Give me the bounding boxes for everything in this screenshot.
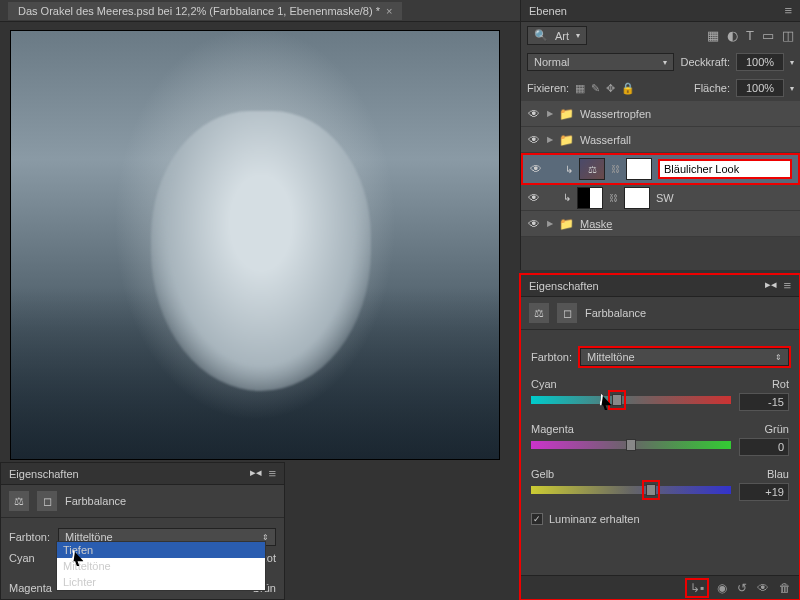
panel-menu-icon[interactable]: ≡: [783, 278, 791, 293]
balance-icon: ⚖: [9, 491, 29, 511]
link-icon[interactable]: ⛓: [611, 164, 620, 174]
layer-name[interactable]: Wassertropfen: [580, 108, 794, 120]
view-previous-icon[interactable]: ◉: [717, 581, 727, 595]
slider-right-label: Blau: [767, 468, 789, 480]
reset-icon[interactable]: ↺: [737, 581, 747, 595]
panel-title: Eigenschaften: [9, 468, 79, 480]
slider-right-label: Grün: [765, 423, 789, 435]
tone-dropdown-list: Tiefen Mitteltöne Lichter: [56, 541, 266, 591]
clip-to-layer-icon[interactable]: ↳▪: [687, 580, 707, 596]
adjustment-thumb[interactable]: [577, 187, 603, 209]
lock-all-icon[interactable]: 🔒: [621, 82, 635, 95]
disclosure-icon[interactable]: ▶: [547, 219, 553, 228]
slider-value-input[interactable]: +19: [739, 483, 789, 501]
collapse-icon[interactable]: ▸◂: [250, 466, 262, 481]
layer-adjustment-row[interactable]: 👁 ↳ ⛓ SW: [521, 185, 800, 211]
luminosity-checkbox-row: ✓ Luminanz erhalten: [531, 513, 789, 525]
dropdown-option[interactable]: Mitteltöne: [57, 558, 265, 574]
slider-left-label: Cyan: [531, 378, 557, 390]
collapse-icon[interactable]: ▸◂: [765, 278, 777, 293]
disclosure-icon[interactable]: ▶: [547, 135, 553, 144]
visibility-icon[interactable]: 👁: [527, 217, 541, 231]
lock-position-icon[interactable]: ✥: [606, 82, 615, 95]
close-icon[interactable]: ×: [386, 5, 392, 17]
chevron-down-icon[interactable]: ▾: [790, 84, 794, 93]
tab-title: Das Orakel des Meeres.psd bei 12,2% (Far…: [18, 5, 380, 17]
smart-filter-icon[interactable]: ◫: [782, 28, 794, 43]
pixel-filter-icon[interactable]: ▦: [707, 28, 719, 43]
slider-handle[interactable]: [626, 439, 636, 451]
filter-kind-dropdown[interactable]: 🔍 Art ▾: [527, 26, 587, 45]
mask-view-icon[interactable]: ◻: [37, 491, 57, 511]
adjustment-filter-icon[interactable]: ◐: [727, 28, 738, 43]
chevron-down-icon[interactable]: ▾: [790, 58, 794, 67]
visibility-toggle-icon[interactable]: 👁: [757, 581, 769, 595]
slider-yellow-blue: GelbBlau +19: [531, 468, 789, 501]
properties-footer: ↳▪ ◉ ↺ 👁 🗑: [521, 575, 799, 599]
panel-title: Eigenschaften: [529, 280, 599, 292]
image-content: [151, 111, 371, 391]
slider-track[interactable]: [531, 486, 731, 494]
filter-icons: ▦ ◐ T ▭ ◫: [707, 28, 794, 43]
adjustment-header: ⚖ ◻ Farbbalance: [1, 485, 284, 518]
type-filter-icon[interactable]: T: [746, 28, 754, 43]
adjustment-thumb[interactable]: ⚖: [579, 158, 605, 180]
layers-panel-header: Ebenen ≡: [521, 0, 800, 22]
clip-icon: ↳: [563, 192, 571, 203]
layer-filter-row: 🔍 Art ▾ ▦ ◐ T ▭ ◫: [521, 22, 800, 49]
lock-paint-icon[interactable]: ✎: [591, 82, 600, 95]
clip-icon: ↳: [565, 164, 573, 175]
layer-group-row[interactable]: 👁 ▶ 📁 Maske: [521, 211, 800, 237]
slider-value-input[interactable]: -15: [739, 393, 789, 411]
document-tab[interactable]: Das Orakel des Meeres.psd bei 12,2% (Far…: [8, 2, 402, 20]
properties-body: Farbton: Mitteltöne ⇕ CyanRot -15 Magent…: [521, 330, 799, 533]
folder-icon: 📁: [559, 107, 574, 121]
layer-name[interactable]: SW: [656, 192, 794, 204]
mask-view-icon[interactable]: ◻: [557, 303, 577, 323]
opacity-input[interactable]: 100%: [736, 53, 784, 71]
dropdown-option[interactable]: Lichter: [57, 574, 265, 590]
slider-track[interactable]: [531, 396, 731, 404]
layer-group-row[interactable]: 👁 ▶ 📁 Wasserfall: [521, 127, 800, 153]
layer-group-row[interactable]: 👁 ▶ 📁 Wassertropfen: [521, 101, 800, 127]
layer-adjustment-row[interactable]: 👁 ↳ ⚖ ⛓ Bläulicher Look: [521, 153, 800, 185]
blend-mode-value: Normal: [534, 56, 569, 68]
mask-thumb[interactable]: [624, 187, 650, 209]
layer-name-input[interactable]: Bläulicher Look: [658, 159, 792, 179]
layer-name[interactable]: Maske: [580, 218, 794, 230]
visibility-icon[interactable]: 👁: [527, 107, 541, 121]
fill-input[interactable]: 100%: [736, 79, 784, 97]
properties-panel-header: Eigenschaften ▸◂ ≡: [521, 275, 799, 297]
layer-name[interactable]: Wasserfall: [580, 134, 794, 146]
disclosure-icon[interactable]: ▶: [547, 109, 553, 118]
delete-icon[interactable]: 🗑: [779, 581, 791, 595]
visibility-icon[interactable]: 👁: [527, 191, 541, 205]
folder-icon: 📁: [559, 217, 574, 231]
filter-kind-label: Art: [555, 30, 569, 42]
shape-filter-icon[interactable]: ▭: [762, 28, 774, 43]
slider-value-input[interactable]: 0: [739, 438, 789, 456]
tone-row: Farbton: Mitteltöne ⇕: [531, 348, 789, 366]
filter-kind-icon: 🔍: [534, 29, 548, 42]
chevron-down-icon: ▾: [576, 31, 580, 40]
slider-track[interactable]: [531, 441, 731, 449]
luminosity-checkbox[interactable]: ✓: [531, 513, 543, 525]
tone-dropdown[interactable]: Mitteltöne ⇕: [580, 348, 789, 366]
visibility-icon[interactable]: 👁: [527, 133, 541, 147]
canvas[interactable]: [10, 30, 500, 460]
visibility-icon[interactable]: 👁: [529, 162, 543, 176]
dropdown-option[interactable]: Tiefen: [57, 542, 265, 558]
panel-menu-icon[interactable]: ≡: [784, 3, 792, 18]
slider-handle[interactable]: [646, 484, 656, 496]
mask-thumb[interactable]: [626, 158, 652, 180]
adjustment-header: ⚖ ◻ Farbbalance: [521, 297, 799, 330]
blend-mode-dropdown[interactable]: Normal ▾: [527, 53, 674, 71]
panel-menu-icon[interactable]: ≡: [268, 466, 276, 481]
slider-handle[interactable]: [612, 394, 622, 406]
tone-label: Farbton:: [9, 531, 50, 543]
luminosity-label: Luminanz erhalten: [549, 513, 640, 525]
link-icon[interactable]: ⛓: [609, 193, 618, 203]
lock-transparency-icon[interactable]: ▦: [575, 82, 585, 95]
slider-left-label: Magenta: [531, 423, 574, 435]
slider-magenta-green: MagentaGrün 0: [531, 423, 789, 456]
